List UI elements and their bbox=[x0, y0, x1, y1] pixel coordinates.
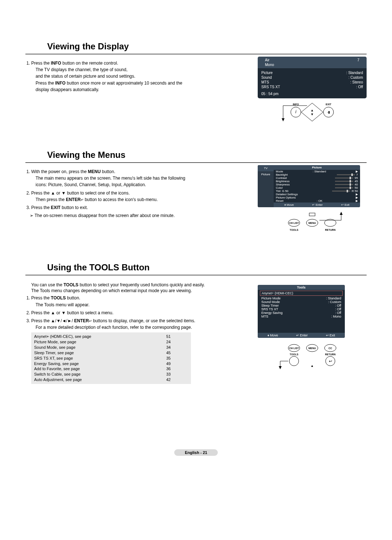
text: Press the bbox=[36, 81, 55, 86]
osd-value: : Standard bbox=[326, 296, 341, 300]
osd-tab-tv: TV bbox=[258, 165, 274, 171]
page-ref-num: 36 bbox=[166, 366, 188, 372]
tools-button-label: TOOLS bbox=[51, 295, 66, 300]
osd-value: 40 bbox=[355, 183, 358, 186]
note: The on-screen menus disappear from the s… bbox=[30, 213, 254, 218]
svg-text:CC: CC bbox=[328, 347, 332, 349]
osd-label: Backlight bbox=[276, 173, 287, 176]
text: Press the ▲/▼/◄/►/ bbox=[31, 318, 73, 323]
osd-ftr-enter: ↵ Enter bbox=[296, 334, 308, 337]
enter-button-label: ENTER bbox=[66, 197, 81, 202]
menus-step-3: Press the EXIT button to exit. bbox=[31, 205, 254, 210]
osd-label: SRS TS XT bbox=[261, 307, 278, 311]
osd-ftr-enter: ↵ Enter bbox=[312, 203, 322, 206]
text: display disappears automatically. bbox=[36, 87, 254, 93]
text: Press the ▲ or ▼ button to select one of… bbox=[31, 191, 130, 196]
osd-value: : Custom bbox=[348, 75, 363, 79]
text: For a more detailed description of each … bbox=[36, 324, 254, 330]
svg-marker-21 bbox=[340, 212, 343, 215]
osd-value: : Off bbox=[335, 304, 341, 307]
osd-label: Reset bbox=[276, 199, 283, 202]
info-button-label: INFO bbox=[55, 81, 66, 86]
svg-text:i: i bbox=[295, 109, 297, 114]
text: button to access the icon's sub-menu. bbox=[85, 197, 158, 202]
osd-label: Detailed Settings bbox=[276, 193, 298, 196]
svg-text:CH LIST: CH LIST bbox=[289, 347, 299, 349]
tools-intro: You can use the TOOLS button to select y… bbox=[25, 282, 254, 294]
arrow-right-icon: ▶ bbox=[356, 199, 358, 202]
page-ref-label: Add to Favorite, see page bbox=[34, 367, 80, 371]
osd-label: Tint bbox=[276, 189, 281, 193]
osd-value: : Off bbox=[335, 307, 341, 311]
remote-diagram-menu: CH LIST MENU TOOLS RETURN bbox=[276, 210, 348, 236]
text: buttons to display, change, or use the s… bbox=[93, 318, 195, 323]
osd-tools-menu: Tools Anynet+ (HDMI-CEC) Picture Mode: S… bbox=[258, 285, 345, 338]
osd-value: : Standard bbox=[313, 170, 326, 173]
svg-marker-36 bbox=[279, 366, 282, 369]
osd-label: Sleep Timer bbox=[261, 304, 279, 307]
text: button once more or wait approximately 1… bbox=[67, 81, 182, 86]
osd-tab-picture: Picture bbox=[258, 171, 274, 177]
osd-label: Brightness bbox=[276, 180, 290, 183]
slider-icon bbox=[335, 177, 353, 179]
osd-value: : Standard bbox=[346, 71, 363, 75]
osd-label: SRS TS XT bbox=[261, 85, 280, 89]
text: button to select your frequently used fu… bbox=[79, 282, 205, 287]
osd-mono: Mono bbox=[265, 63, 274, 67]
text: The Tools menu changes depending on whic… bbox=[31, 288, 192, 293]
osd-label: Picture bbox=[261, 71, 273, 75]
page-ref-label: Sleep Timer, see page bbox=[34, 351, 74, 355]
osd-label: Contrast bbox=[276, 176, 287, 180]
osd-value: : Off bbox=[356, 85, 363, 89]
svg-text:CH LIST: CH LIST bbox=[289, 222, 299, 224]
svg-text:MENU: MENU bbox=[309, 222, 316, 224]
tools-page-refs: Anynet+ (HDMI-CEC), see page51 Picture M… bbox=[31, 332, 191, 384]
text: Press the bbox=[31, 205, 51, 210]
text: You can use the bbox=[31, 282, 64, 287]
enter-icon bbox=[81, 197, 83, 202]
svg-text:MENU: MENU bbox=[309, 347, 316, 349]
page-ref-num: 45 bbox=[166, 350, 188, 356]
menu-button-label: MENU bbox=[88, 169, 101, 174]
osd-label: Energy Saving bbox=[261, 311, 283, 315]
osd-picture-menu: TV Picture Picture Mode: Standard▶ Backl… bbox=[258, 165, 360, 207]
slider-icon bbox=[332, 191, 350, 192]
osd-label: Sound bbox=[261, 75, 272, 79]
page-ref-num: 33 bbox=[166, 372, 188, 377]
osd-ftr-move: ♦ Move bbox=[268, 334, 278, 337]
svg-text:▲: ▲ bbox=[311, 364, 314, 368]
menus-step-1: With the power on, press the MENU button… bbox=[31, 169, 254, 188]
text: Then press the ENTER button to access th… bbox=[36, 197, 254, 202]
info-button-label: INFO bbox=[51, 61, 61, 66]
page-ref-num: 42 bbox=[166, 377, 188, 382]
arrow-right-icon: ▶ bbox=[356, 196, 358, 199]
osd-air-label: Air bbox=[265, 58, 269, 62]
text: button to exit. bbox=[62, 205, 88, 210]
text: button. bbox=[67, 295, 81, 300]
osd-value: 95 bbox=[355, 176, 358, 180]
display-step-1: Press the INFO button on the remote cont… bbox=[31, 60, 254, 93]
osd-value: : Custom bbox=[328, 300, 341, 304]
osd-info-panel: Air 7 Mono Picture: Standard Sound: Cust… bbox=[258, 57, 367, 98]
page-ref-label: Auto Adjustment, see page bbox=[34, 377, 82, 382]
section-title-tools: Using the TOOLS Button bbox=[25, 261, 367, 275]
osd-ftr-exit: ↩ Exit bbox=[326, 334, 335, 337]
text: Press the bbox=[31, 295, 51, 300]
osd-label: Color bbox=[276, 186, 283, 189]
tools-step-2: Press the ▲ or ▼ button to select a menu… bbox=[31, 310, 254, 316]
svg-rect-14 bbox=[309, 213, 315, 216]
osd-label: MTS bbox=[261, 315, 268, 318]
svg-text:▲: ▲ bbox=[311, 109, 314, 112]
section-title-display: Viewing the Display bbox=[25, 40, 367, 54]
svg-text:▼: ▼ bbox=[311, 112, 314, 116]
text: The main menu appears on the screen. The… bbox=[36, 175, 254, 181]
slider-icon bbox=[335, 187, 353, 188]
slider-icon bbox=[335, 184, 353, 185]
page-ref-num: 35 bbox=[166, 356, 188, 361]
remote-diagram-info: INFO EXIT i -▮ ▲ ▼ bbox=[276, 101, 348, 123]
osd-time: 05 : 54 pm bbox=[261, 92, 278, 96]
svg-text:EXIT: EXIT bbox=[326, 103, 331, 106]
page-footer: English - 21 bbox=[174, 449, 218, 456]
text: With the power on, press the bbox=[31, 169, 88, 174]
osd-value: 45 bbox=[355, 180, 358, 183]
